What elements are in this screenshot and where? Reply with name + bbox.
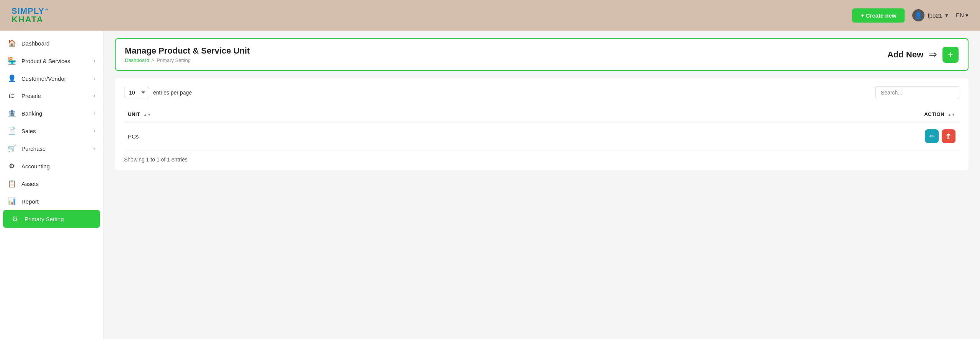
breadcrumb: Dashboard > Primary Setting [125,57,250,63]
logo-khata: KHATA [11,15,48,24]
page-title-section: Manage Product & Service Unit Dashboard … [125,46,250,63]
chevron-right-icon: › [94,128,95,134]
action-buttons: ✏ 🗑 [499,129,956,143]
logo: SIMPLY™ KHATA [11,7,48,24]
sidebar-item-label: Presale [21,93,88,99]
sidebar-item-label: Report [21,198,95,205]
accounting-icon: ⚙ [8,162,16,170]
product-icon: 🏪 [8,57,16,65]
add-new-section: Add New ⇒ + [887,47,959,63]
arrow-right-icon: ⇒ [929,49,937,60]
edit-button[interactable]: ✏ [925,129,939,143]
sidebar-item-dashboard[interactable]: 🏠 Dashboard [0,34,103,52]
report-icon: 📊 [8,197,16,205]
sidebar: 🏠 Dashboard 🏪 Product & Services › 👤 Cus… [0,31,103,339]
username: fpo21 [928,12,942,19]
table-controls: 10 25 50 100 entries per page [124,86,959,99]
language-selector[interactable]: EN ▾ [956,12,969,19]
sort-icon[interactable]: ▲▼ [143,113,151,117]
home-icon: 🏠 [8,39,16,47]
chevron-right-icon: › [94,58,95,64]
add-new-label: Add New [887,50,923,60]
chevron-right-icon: › [94,146,95,151]
sidebar-item-customer-vendor[interactable]: 👤 Customer/Vendor › [0,70,103,87]
chevron-right-icon: › [94,93,95,99]
header: SIMPLY™ KHATA + Create new 👤 fpo21 ▾ EN … [0,0,980,31]
unit-cell: PCs [124,122,495,150]
sidebar-item-report[interactable]: 📊 Report [0,192,103,210]
user-chevron-icon: ▾ [945,12,948,19]
add-new-button[interactable]: + [942,47,959,63]
action-cell: ✏ 🗑 [495,122,959,150]
sidebar-item-label: Customer/Vendor [21,75,88,82]
main-content: Manage Product & Service Unit Dashboard … [103,31,980,339]
sort-icon: ▲▼ [947,113,956,117]
showing-entries-text: Showing 1 to 1 of 1 entries [124,156,959,163]
table-header-row: UNIT ▲▼ ACTION ▲▼ [124,107,959,122]
sales-icon: 📄 [8,127,16,135]
sidebar-item-accounting[interactable]: ⚙ Accounting [0,157,103,175]
table-section: 10 25 50 100 entries per page UNIT ▲▼ [115,78,969,170]
sidebar-item-label: Sales [21,128,88,134]
sidebar-item-label: Product & Services [21,58,88,64]
banking-icon: 🏦 [8,109,16,117]
sidebar-item-banking[interactable]: 🏦 Banking › [0,104,103,122]
sidebar-item-primary-setting[interactable]: ⚙ Primary Setting [3,210,100,228]
sidebar-item-sales[interactable]: 📄 Sales › [0,122,103,140]
logo-tm: ™ [44,8,48,12]
sidebar-item-product-services[interactable]: 🏪 Product & Services › [0,52,103,70]
avatar: 👤 [912,9,924,21]
customer-icon: 👤 [8,74,16,83]
presale-icon: 🗂 [8,92,16,100]
data-table: UNIT ▲▼ ACTION ▲▼ PCs ✏ [124,107,959,150]
page-header-card: Manage Product & Service Unit Dashboard … [115,38,969,71]
sidebar-item-presale[interactable]: 🗂 Presale › [0,87,103,104]
sidebar-item-assets[interactable]: 📋 Assets [0,175,103,192]
sidebar-item-label: Banking [21,110,88,117]
layout: 🏠 Dashboard 🏪 Product & Services › 👤 Cus… [0,31,980,339]
breadcrumb-current: Primary Setting [157,57,191,63]
settings-icon: ⚙ [11,215,19,223]
entries-per-page-select[interactable]: 10 25 50 100 [124,87,149,98]
unit-column-header: UNIT ▲▼ [124,107,495,122]
chevron-right-icon: › [94,111,95,116]
sidebar-item-purchase[interactable]: 🛒 Purchase › [0,140,103,157]
sidebar-item-label: Dashboard [21,40,95,47]
sidebar-item-label: Purchase [21,145,88,152]
breadcrumb-dashboard-link[interactable]: Dashboard [125,57,149,63]
delete-button[interactable]: 🗑 [942,129,956,143]
user-info[interactable]: 👤 fpo21 ▾ [912,9,948,21]
purchase-icon: 🛒 [8,144,16,153]
header-right: + Create new 👤 fpo21 ▾ EN ▾ [852,8,969,23]
sidebar-item-label: Primary Setting [24,216,92,222]
sidebar-item-label: Assets [21,181,95,187]
action-column-header: ACTION ▲▼ [495,107,959,122]
table-row: PCs ✏ 🗑 [124,122,959,150]
chevron-right-icon: › [94,76,95,81]
create-new-button[interactable]: + Create new [852,8,905,23]
breadcrumb-separator: > [152,57,155,63]
sidebar-item-label: Accounting [21,163,95,170]
page-title: Manage Product & Service Unit [125,46,250,56]
entries-control: 10 25 50 100 entries per page [124,87,192,98]
search-input[interactable] [875,86,959,99]
assets-icon: 📋 [8,179,16,188]
entries-label: entries per page [153,90,192,96]
